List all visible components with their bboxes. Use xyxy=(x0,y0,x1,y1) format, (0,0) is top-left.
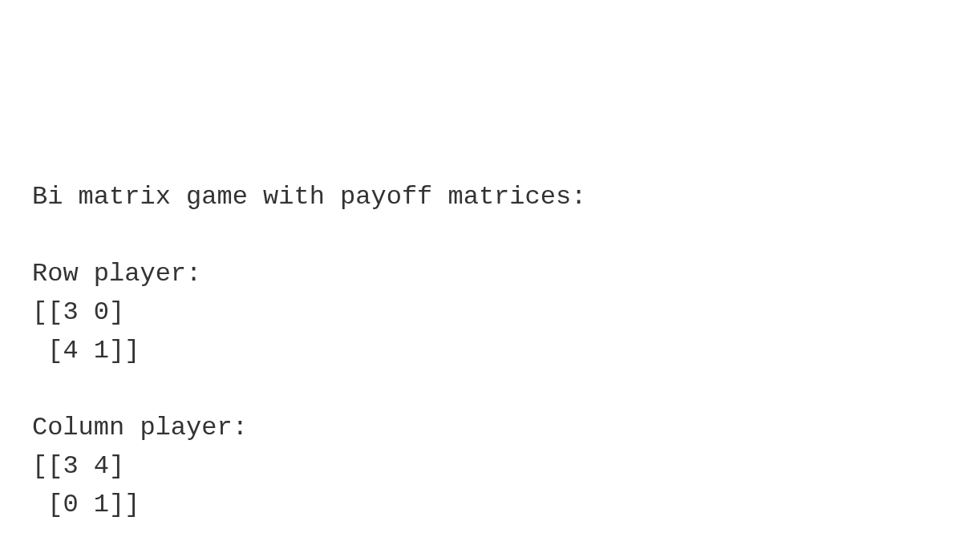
row-player-matrix-row-0: [[3 0] xyxy=(32,297,124,327)
column-player-matrix-row-0: [[3 4] xyxy=(32,451,124,481)
column-player-label: Column player: xyxy=(32,413,248,442)
row-player-label: Row player: xyxy=(32,259,201,289)
row-player-matrix-row-1: [4 1]] xyxy=(32,336,140,365)
column-player-matrix-row-1: [0 1]] xyxy=(32,490,140,519)
title-line: Bi matrix game with payoff matrices: xyxy=(32,182,586,212)
code-output: Bi matrix game with payoff matrices: Row… xyxy=(32,178,948,524)
